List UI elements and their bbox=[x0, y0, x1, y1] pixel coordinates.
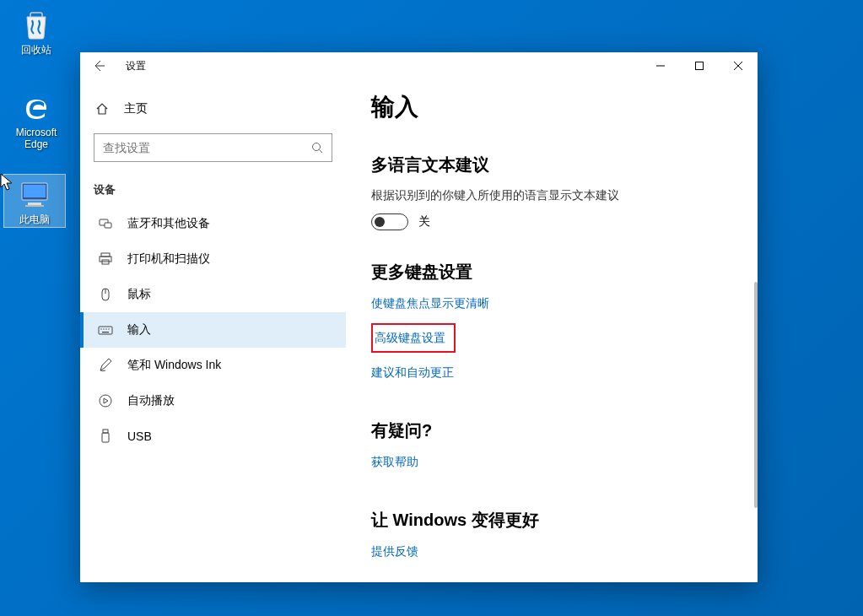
search-icon bbox=[311, 142, 323, 154]
svg-point-19 bbox=[100, 328, 101, 329]
svg-rect-12 bbox=[105, 223, 111, 228]
nav-item-usb[interactable]: USB bbox=[80, 419, 346, 454]
computer-icon bbox=[17, 176, 52, 212]
edge-icon bbox=[19, 89, 54, 125]
nav-item-printers[interactable]: 打印机和扫描仪 bbox=[80, 241, 346, 277]
section-heading: 让 Windows 变得更好 bbox=[371, 509, 732, 532]
nav-item-label: 自动播放 bbox=[127, 393, 175, 408]
svg-rect-13 bbox=[101, 253, 110, 257]
minimize-button[interactable] bbox=[641, 52, 680, 79]
keyboard-icon bbox=[97, 322, 114, 338]
nav-item-mouse[interactable]: 鼠标 bbox=[80, 277, 346, 312]
back-button[interactable] bbox=[87, 54, 111, 78]
nav-item-pen[interactable]: 笔和 Windows Ink bbox=[80, 348, 346, 383]
toggle-multilang[interactable] bbox=[371, 213, 408, 230]
mouse-icon bbox=[97, 287, 114, 302]
section-multilang: 多语言文本建议 根据识别到的你键入所使用的语言显示文本建议 关 bbox=[371, 154, 732, 230]
nav-item-bluetooth[interactable]: 蓝牙和其他设备 bbox=[80, 206, 346, 241]
autoplay-icon bbox=[97, 393, 114, 408]
sidebar: 主页 设备 蓝牙和其他设备 打印机和扫描仪 bbox=[80, 79, 346, 582]
desktop-icon-this-pc[interactable]: 此电脑 bbox=[3, 174, 66, 228]
link-keyboard-focus[interactable]: 使键盘焦点显示更清晰 bbox=[371, 296, 489, 311]
section-heading: 多语言文本建议 bbox=[371, 154, 732, 176]
section-description: 根据识别到的你键入所使用的语言显示文本建议 bbox=[371, 188, 732, 203]
link-corrections[interactable]: 建议和自动更正 bbox=[371, 365, 454, 381]
bluetooth-icon bbox=[97, 216, 114, 231]
pen-icon bbox=[97, 358, 114, 373]
section-more-keyboard: 更多键盘设置 使键盘焦点显示更清晰 高级键盘设置 建议和自动更正 bbox=[371, 261, 732, 392]
link-advanced-keyboard[interactable]: 高级键盘设置 bbox=[375, 331, 445, 346]
nav-item-label: 鼠标 bbox=[127, 287, 151, 302]
desktop-icon-edge[interactable]: Microsoft Edge bbox=[5, 88, 67, 153]
section-feedback: 让 Windows 变得更好 提供反馈 bbox=[371, 509, 732, 571]
link-feedback[interactable]: 提供反馈 bbox=[371, 544, 418, 559]
link-get-help[interactable]: 获取帮助 bbox=[371, 455, 418, 470]
page-title: 输入 bbox=[371, 91, 732, 123]
desktop-icon-label: Microsoft Edge bbox=[7, 127, 66, 151]
close-button[interactable] bbox=[719, 52, 758, 79]
nav-item-label: USB bbox=[127, 430, 152, 443]
svg-point-9 bbox=[313, 143, 321, 151]
nav-item-autoplay[interactable]: 自动播放 bbox=[80, 383, 346, 419]
desktop-icon-label: 回收站 bbox=[21, 44, 51, 56]
content-area: 输入 多语言文本建议 根据识别到的你键入所使用的语言显示文本建议 关 更多键盘设… bbox=[346, 79, 758, 582]
svg-rect-6 bbox=[696, 62, 704, 70]
svg-rect-25 bbox=[103, 430, 108, 433]
window-controls bbox=[641, 52, 758, 79]
window-title: 设置 bbox=[126, 59, 146, 73]
usb-icon bbox=[97, 429, 114, 444]
home-button[interactable]: 主页 bbox=[80, 95, 346, 123]
nav-item-typing[interactable]: 输入 bbox=[80, 312, 346, 348]
search-box[interactable] bbox=[94, 133, 332, 162]
svg-point-20 bbox=[103, 328, 104, 329]
svg-point-22 bbox=[108, 328, 109, 329]
nav-item-label: 输入 bbox=[127, 322, 151, 338]
section-questions: 有疑问? 获取帮助 bbox=[371, 419, 732, 482]
svg-rect-26 bbox=[102, 433, 109, 442]
svg-rect-3 bbox=[28, 203, 41, 205]
maximize-button[interactable] bbox=[680, 52, 719, 79]
svg-rect-2 bbox=[24, 185, 46, 197]
home-icon bbox=[94, 102, 111, 116]
recycle-bin-icon bbox=[19, 7, 54, 42]
home-label: 主页 bbox=[124, 101, 148, 116]
section-heading: 更多键盘设置 bbox=[371, 261, 732, 284]
titlebar: 设置 bbox=[80, 52, 758, 79]
svg-rect-23 bbox=[102, 332, 109, 332]
toggle-state-label: 关 bbox=[418, 214, 430, 230]
settings-window: 设置 主页 设备 bbox=[80, 52, 758, 582]
printer-icon bbox=[97, 251, 114, 267]
nav-item-label: 打印机和扫描仪 bbox=[127, 251, 210, 267]
search-input[interactable] bbox=[103, 141, 311, 154]
svg-line-10 bbox=[320, 150, 323, 154]
nav-item-label: 笔和 Windows Ink bbox=[127, 358, 221, 373]
desktop-icon-label: 此电脑 bbox=[19, 213, 50, 225]
svg-rect-18 bbox=[99, 327, 112, 334]
svg-point-21 bbox=[105, 328, 106, 329]
nav-item-label: 蓝牙和其他设备 bbox=[127, 216, 210, 231]
svg-point-24 bbox=[100, 395, 111, 407]
svg-rect-14 bbox=[100, 257, 111, 262]
nav-list: 蓝牙和其他设备 打印机和扫描仪 鼠标 输入 笔和 Windows Ink bbox=[80, 206, 346, 454]
svg-rect-4 bbox=[25, 205, 44, 207]
section-heading: 有疑问? bbox=[371, 419, 732, 442]
highlight-advanced-keyboard: 高级键盘设置 bbox=[371, 323, 456, 353]
desktop-icon-recycle-bin[interactable]: 回收站 bbox=[5, 5, 67, 57]
sidebar-section-label: 设备 bbox=[80, 177, 346, 206]
scrollbar-thumb[interactable] bbox=[754, 282, 758, 508]
